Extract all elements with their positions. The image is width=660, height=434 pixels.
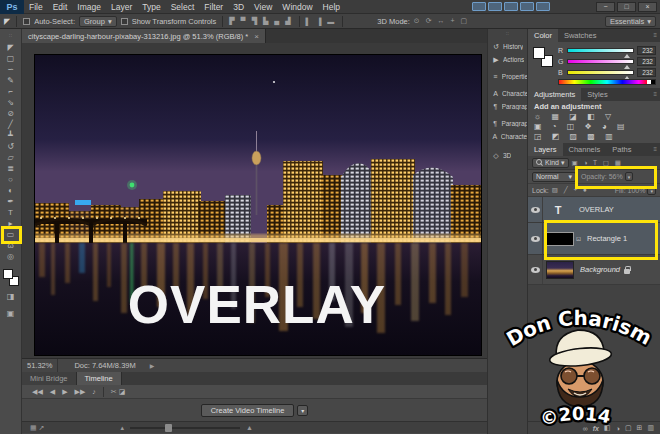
- panel-menu-icon[interactable]: ≡: [653, 88, 660, 101]
- screen-mode-toggle[interactable]: ▣: [0, 307, 22, 320]
- eyedropper-tool[interactable]: ⇘: [0, 97, 22, 108]
- opacity-dropdown-icon[interactable]: ▾: [625, 172, 634, 181]
- filter-kind-dropdown[interactable]: Kind ▾: [532, 158, 569, 168]
- healing-brush-tool[interactable]: ⊘: [0, 108, 22, 119]
- visibility-cell[interactable]: [528, 223, 543, 254]
- visibility-cell[interactable]: [528, 255, 543, 284]
- panel-button-properties[interactable]: ≡ Properties: [488, 70, 527, 83]
- move-tool-preset-icon[interactable]: ◤: [4, 17, 10, 26]
- panel-button-paragraph[interactable]: ¶ Paragraph: [488, 100, 527, 113]
- minimize-button[interactable]: −: [596, 2, 615, 12]
- layer-style-button[interactable]: fx: [593, 425, 599, 432]
- layer-filter-icons[interactable]: ▣ ◑ T ▢ ▦: [572, 159, 623, 167]
- create-video-timeline-button[interactable]: Create Video Timeline: [201, 404, 295, 417]
- workspace-switcher[interactable]: Essentials ▾: [605, 16, 656, 27]
- adjustment-icons-row-3[interactable]: ◲ ◩ ▨ ▩ ▥: [534, 132, 654, 142]
- document-tab[interactable]: cityscape-darling-harbour-pixabay-313216…: [22, 29, 266, 43]
- zoom-level-button[interactable]: [504, 2, 518, 11]
- zoom-tool[interactable]: ◎: [0, 251, 22, 262]
- bridge-button[interactable]: [472, 2, 486, 11]
- distribute-icons[interactable]: ▌ ▐ ▬: [306, 18, 337, 25]
- green-value-field[interactable]: 232: [637, 57, 656, 66]
- previous-frame-button[interactable]: ◀: [50, 388, 55, 396]
- tab-color[interactable]: Color: [528, 29, 558, 42]
- panel-grip[interactable]: ::: [9, 29, 12, 42]
- tab-mini-bridge[interactable]: Mini Bridge: [22, 372, 77, 385]
- menu-file[interactable]: File: [24, 0, 48, 14]
- blue-value-field[interactable]: 232: [637, 68, 656, 77]
- tab-layers[interactable]: Layers: [528, 143, 563, 156]
- menu-type[interactable]: Type: [137, 0, 165, 14]
- link-layers-button[interactable]: ∞: [583, 425, 588, 432]
- marquee-tool[interactable]: ▢: [0, 53, 22, 64]
- auto-select-checkbox[interactable]: [23, 18, 30, 25]
- audio-toggle-button[interactable]: ♪: [92, 388, 96, 395]
- menu-filter[interactable]: Filter: [199, 0, 228, 14]
- delete-layer-button[interactable]: ▥: [647, 424, 654, 432]
- panel-button-character[interactable]: A Character: [488, 87, 527, 100]
- panel-button-history[interactable]: ↺ History: [488, 40, 527, 53]
- type-tool[interactable]: T: [0, 207, 22, 218]
- eraser-tool[interactable]: ▱: [0, 152, 22, 163]
- move-tool[interactable]: ◤: [0, 42, 22, 53]
- close-button[interactable]: ×: [638, 2, 657, 12]
- blend-mode-dropdown[interactable]: Normal ▾: [532, 172, 576, 182]
- rectangle-tool[interactable]: ▭: [0, 229, 22, 240]
- adjustment-layer-button[interactable]: ◑: [616, 425, 620, 432]
- panel-menu-icon[interactable]: ≡: [653, 29, 660, 42]
- brush-tool[interactable]: ╱: [0, 119, 22, 130]
- panel-button-3d[interactable]: ◇ 3D: [488, 149, 527, 162]
- menu-help[interactable]: Help: [318, 0, 345, 14]
- adjustment-icons-row-2[interactable]: ▣ ◔ ◫ ❖ ◕ ▤: [534, 122, 654, 132]
- panel-menu-icon[interactable]: ≡: [653, 143, 660, 156]
- screen-mode-button[interactable]: [536, 2, 550, 11]
- lock-icons[interactable]: ▨ ╱ + ●: [552, 186, 589, 194]
- green-slider[interactable]: [567, 59, 634, 64]
- next-frame-button[interactable]: ▶▶: [75, 388, 86, 396]
- first-frame-button[interactable]: ◀◀: [32, 388, 43, 396]
- layer-mask-button[interactable]: ◧: [604, 424, 611, 432]
- layer-row-background[interactable]: Background: [528, 255, 660, 285]
- layer-row-rectangle-1[interactable]: ⊡ Rectangle 1: [528, 223, 660, 255]
- panel-button-paragraph-styles[interactable]: ¶ Paragrap...: [488, 117, 527, 130]
- pen-tool[interactable]: ✒: [0, 196, 22, 207]
- panel-button-character-styles[interactable]: A Character ...: [488, 130, 527, 143]
- align-top-icons[interactable]: ▛ ▀ ▜: [229, 17, 259, 25]
- history-brush-tool[interactable]: ↺: [0, 141, 22, 152]
- status-options-arrow-icon[interactable]: ▶: [150, 362, 155, 369]
- play-button[interactable]: ▶: [62, 388, 67, 396]
- crop-tool[interactable]: ⌐: [0, 86, 22, 97]
- fill-value-field[interactable]: 100%: [628, 187, 646, 194]
- foreground-color-swatch[interactable]: [3, 269, 13, 279]
- menu-layer[interactable]: Layer: [106, 0, 137, 14]
- menu-image[interactable]: Image: [72, 0, 106, 14]
- opacity-value-field[interactable]: 56%: [609, 173, 623, 180]
- quick-selection-tool[interactable]: ✎: [0, 75, 22, 86]
- menu-edit[interactable]: Edit: [48, 0, 73, 14]
- menu-3d[interactable]: 3D: [228, 0, 249, 14]
- timeline-corner-icons[interactable]: ▦ ↗: [30, 424, 44, 432]
- layer-group-button[interactable]: ▢: [625, 424, 632, 432]
- panel-button-actions[interactable]: ▶ Actions: [488, 53, 527, 66]
- adjustment-icons-row-1[interactable]: ☼ ▦ ◪ ◧ ▽: [534, 112, 654, 122]
- tab-adjustments[interactable]: Adjustments: [528, 88, 581, 101]
- blur-tool[interactable]: ○: [0, 174, 22, 185]
- close-tab-icon[interactable]: ×: [254, 32, 259, 41]
- gradient-tool[interactable]: ≣: [0, 163, 22, 174]
- panel-grip[interactable]: ::: [488, 29, 527, 38]
- quick-mask-button[interactable]: ◨: [0, 290, 22, 303]
- visibility-cell[interactable]: [528, 197, 543, 222]
- maximize-button[interactable]: □: [617, 2, 636, 12]
- tab-paths[interactable]: Paths: [606, 143, 637, 156]
- red-value-field[interactable]: 232: [637, 46, 656, 55]
- canvas-image[interactable]: OVERLAY: [35, 55, 481, 355]
- timeline-mode-dropdown[interactable]: ▾: [297, 405, 308, 416]
- foreground-color-swatch[interactable]: [533, 47, 545, 59]
- align-bottom-icons[interactable]: ▙ ▄ ▟: [263, 17, 293, 25]
- auto-select-mode-dropdown[interactable]: Group ▾: [79, 16, 117, 27]
- red-slider[interactable]: [567, 48, 634, 53]
- hand-tool[interactable]: ω: [0, 240, 22, 251]
- tab-swatches[interactable]: Swatches: [558, 29, 603, 42]
- lasso-tool[interactable]: ∽: [0, 64, 22, 75]
- color-spectrum-ramp[interactable]: [558, 79, 656, 85]
